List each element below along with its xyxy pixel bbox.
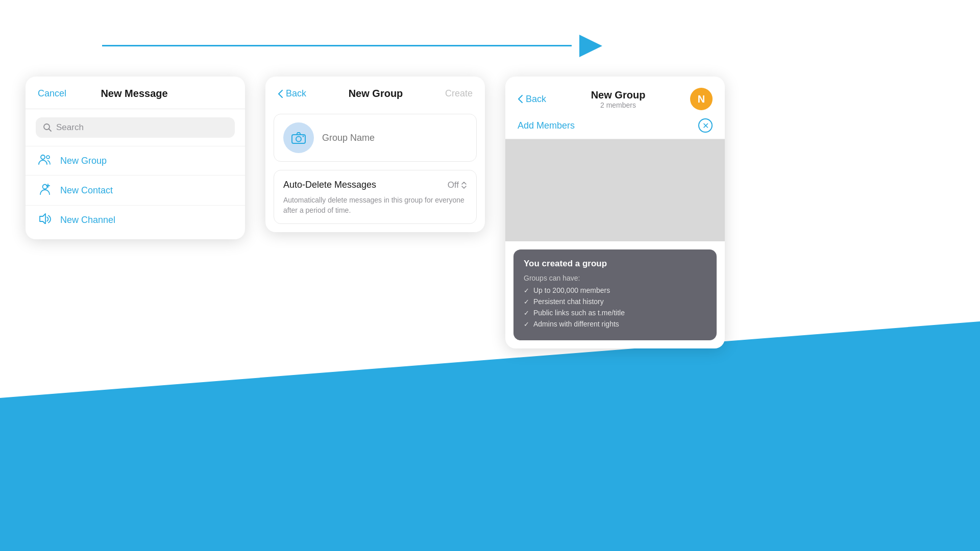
new-group-header: Back New Group Create (265, 77, 485, 109)
new-contact-label: New Contact (60, 185, 113, 196)
tooltip-subtitle: Groups can have: (524, 274, 706, 282)
svg-point-8 (296, 137, 301, 142)
svg-point-2 (41, 155, 45, 159)
check-icon-3: ✓ (524, 320, 529, 328)
panel3-title-block: New Group 2 members (546, 89, 690, 109)
check-icon-1: ✓ (524, 298, 529, 306)
svg-point-4 (43, 185, 47, 189)
new-channel-label: New Channel (60, 215, 115, 226)
close-icon: ✕ (702, 121, 709, 131)
new-group-members-title: New Group (546, 89, 690, 101)
group-name-input[interactable] (322, 133, 467, 143)
svg-point-9 (303, 136, 304, 137)
created-group-tooltip: You created a group Groups can have: ✓ U… (513, 249, 717, 340)
back-button-panel3[interactable]: Back (518, 94, 546, 105)
members-count: 2 members (546, 101, 690, 109)
svg-point-3 (46, 156, 50, 159)
contact-icon (38, 183, 52, 198)
camera-button[interactable] (283, 122, 314, 153)
new-group-item[interactable]: New Group (26, 146, 245, 175)
panels-container: Cancel New Message Search (26, 77, 725, 348)
group-avatar: N (690, 88, 713, 110)
chevron-updown-icon (461, 182, 467, 189)
cancel-button[interactable]: Cancel (38, 88, 66, 99)
new-message-header: Cancel New Message (26, 77, 245, 109)
members-area (505, 139, 725, 241)
new-contact-item[interactable]: New Contact (26, 175, 245, 205)
new-message-title: New Message (101, 88, 167, 99)
search-bar[interactable]: Search (36, 117, 235, 138)
auto-delete-label: Auto-Delete Messages (283, 180, 376, 190)
new-message-panel: Cancel New Message Search (26, 77, 245, 239)
search-placeholder: Search (56, 122, 84, 133)
group-icon (38, 154, 52, 168)
group-name-section (274, 114, 477, 162)
menu-items-list: New Group New Contact (26, 146, 245, 239)
new-group-title: New Group (349, 88, 403, 99)
back-button-panel2[interactable]: Back (278, 88, 306, 99)
auto-delete-value[interactable]: Off (448, 180, 467, 190)
create-button[interactable]: Create (445, 88, 473, 99)
flow-arrow (102, 26, 602, 66)
add-members-row: Add Members ✕ (505, 112, 725, 139)
camera-icon (291, 132, 306, 144)
svg-line-1 (49, 129, 52, 132)
tooltip-title: You created a group (524, 259, 706, 269)
add-members-button[interactable]: Add Members (518, 120, 575, 131)
auto-delete-row: Auto-Delete Messages Off (283, 180, 467, 190)
channel-icon (38, 213, 52, 227)
new-group-label: New Group (60, 156, 107, 166)
auto-delete-desc: Automatically delete messages in this gr… (283, 195, 467, 215)
tooltip-item-3: ✓ Admins with different rights (524, 320, 706, 328)
arrow-line (102, 45, 572, 46)
arrow-head (579, 35, 602, 57)
tooltip-item-1: ✓ Persistent chat history (524, 297, 706, 306)
new-group-panel: Back New Group Create Auto-Delete Messag… (265, 77, 485, 232)
new-group-members-panel: Back New Group 2 members N Add Members ✕… (505, 77, 725, 348)
auto-delete-section: Auto-Delete Messages Off Automatically d… (274, 170, 477, 224)
search-icon (43, 123, 52, 132)
tooltip-item-0: ✓ Up to 200,000 members (524, 286, 706, 294)
tooltip-item-2: ✓ Public links such as t.me/title (524, 309, 706, 317)
check-icon-2: ✓ (524, 309, 529, 317)
close-button[interactable]: ✕ (698, 118, 713, 133)
new-group-members-header: Back New Group 2 members N (505, 77, 725, 112)
new-channel-item[interactable]: New Channel (26, 205, 245, 234)
check-icon-0: ✓ (524, 287, 529, 294)
